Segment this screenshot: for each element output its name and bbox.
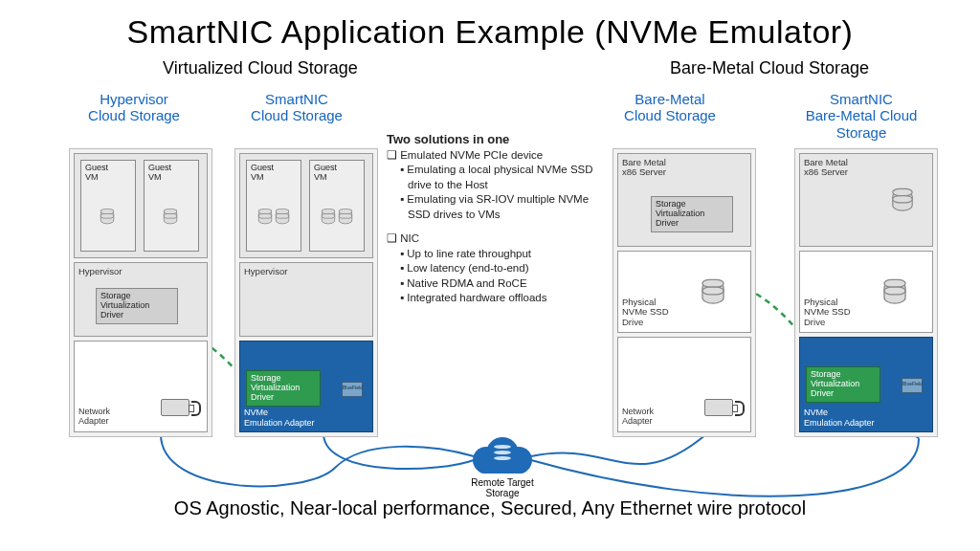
- center-b3: ▪ Up to line rate throughput: [387, 247, 599, 262]
- center-b1: ▪ Emulating a local physical NVMe SSD dr…: [387, 163, 599, 192]
- slide-title: SmartNIC Application Example (NVMe Emula…: [0, 0, 980, 56]
- disk-icon: [702, 281, 724, 303]
- center-sq2: ❑ NIC: [387, 231, 599, 247]
- col4-bm-server: Bare Metal x86 Server: [799, 153, 933, 247]
- center-b2: ▪ Emulating via SR-IOV multiple NVMe SSD…: [387, 192, 599, 222]
- net-adapter-label: Network Adapter: [622, 407, 654, 426]
- disk-icon: [339, 210, 352, 224]
- col3-title: Bare-Metal Cloud Storage: [593, 91, 746, 124]
- col4-phy-nvme: Physical NVMe SSD Drive: [799, 251, 933, 333]
- center-heading: Two solutions in one: [387, 132, 509, 146]
- disk-icon: [892, 190, 913, 211]
- col1-vm-layer: Guest VM Guest VM: [74, 153, 208, 258]
- nvme-adapter-label: NVMe Emulation Adapter: [804, 408, 875, 428]
- col4-nvme-adapter: Storage Virtualization Driver BlueField …: [799, 337, 933, 432]
- nic-icon: [704, 399, 733, 416]
- bluefield-chip-icon: BlueField: [342, 382, 363, 397]
- guest-vm-label: Guest VM: [85, 163, 108, 182]
- col2-vm-layer: Guest VM Guest VM: [239, 153, 373, 258]
- col3-adapter-box: Network Adapter: [617, 337, 751, 432]
- guest-vm-box: Guest VM: [144, 160, 199, 252]
- col4-stack: Bare Metal x86 Server Physical NVMe SSD …: [794, 148, 938, 437]
- svd-label: Storage Virtualization Driver: [100, 291, 149, 320]
- center-sq1: ❑ Emulated NVMe PCIe device: [387, 148, 599, 164]
- col2-nvme-adapter: Storage Virtualization Driver BlueField …: [239, 341, 373, 432]
- center-b5: ▪ Native RDMA and RoCE: [387, 276, 599, 292]
- footer-tagline: OS Agnostic, Near-local performance, Sec…: [0, 497, 980, 519]
- col3-phy-nvme: Physical NVMe SSD Drive: [617, 251, 751, 333]
- svd-box: Storage Virtualization Driver: [651, 196, 733, 232]
- net-adapter-label: Network Adapter: [78, 407, 110, 426]
- hypervisor-label: Hypervisor: [244, 267, 287, 276]
- disk-icon: [164, 210, 177, 224]
- guest-vm-box: Guest VM: [246, 160, 301, 252]
- svd-label: Storage Virtualization Driver: [251, 373, 300, 402]
- nvme-adapter-label: NVMe Emulation Adapter: [244, 408, 315, 428]
- guest-vm-label: Guest VM: [251, 163, 274, 182]
- col1-stack: Guest VM Guest VM Hypervisor Storage Vir…: [69, 148, 212, 437]
- disk-icon: [276, 210, 289, 224]
- svd-label: Storage Virtualization Driver: [656, 199, 704, 228]
- disk-icon: [100, 210, 114, 224]
- nic-icon: [161, 399, 189, 416]
- bm-server-label: Bare Metal x86 Server: [804, 158, 848, 178]
- svd-green-box: Storage Virtualization Driver: [246, 370, 321, 407]
- diagram-canvas: Virtualized Cloud Storage Bare-Metal Clo…: [0, 56, 980, 525]
- col2-stack: Guest VM Guest VM Hypervisor Storage Vir…: [234, 148, 378, 437]
- center-b6: ▪ Integrated hardware offloads: [387, 291, 599, 306]
- col3-stack: Bare Metal x86 Server Storage Virtualiza…: [612, 148, 756, 437]
- remote-storage-label: Remote Target Storage: [459, 477, 546, 498]
- guest-vm-box: Guest VM: [80, 160, 136, 252]
- svd-green-box: Storage Virtualization Driver: [806, 366, 880, 403]
- center-text-block: Two solutions in one ❑ Emulated NVMe PCI…: [387, 131, 599, 306]
- guest-vm-label: Guest VM: [314, 163, 337, 182]
- disk-icon: [883, 281, 905, 303]
- col1-title: Hypervisor Cloud Storage: [57, 91, 211, 124]
- col2-hypervisor-box: Hypervisor: [239, 262, 373, 337]
- disk-icon: [258, 210, 272, 224]
- col2-title: SmartNIC Cloud Storage: [220, 91, 373, 124]
- guest-vm-box: Guest VM: [309, 160, 365, 252]
- col1-adapter-box: Network Adapter: [74, 341, 208, 432]
- bm-server-label: Bare Metal x86 Server: [622, 158, 666, 178]
- cloud-icon: [473, 435, 532, 475]
- disk-icon: [322, 210, 335, 224]
- svd-label: Storage Virtualization Driver: [811, 369, 859, 398]
- section-left-title: Virtualized Cloud Storage: [163, 58, 358, 78]
- col1-hypervisor-box: Hypervisor Storage Virtualization Driver: [74, 262, 208, 337]
- guest-vm-label: Guest VM: [148, 163, 171, 182]
- hypervisor-label: Hypervisor: [78, 267, 122, 276]
- col4-title: SmartNIC Bare-Metal Cloud Storage: [785, 91, 938, 141]
- phy-nvme-label: Physical NVMe SSD Drive: [622, 298, 669, 327]
- phy-nvme-label: Physical NVMe SSD Drive: [804, 298, 851, 327]
- center-b4: ▪ Low latency (end-to-end): [387, 261, 599, 276]
- section-right-title: Bare-Metal Cloud Storage: [670, 58, 869, 78]
- svd-box: Storage Virtualization Driver: [96, 288, 178, 324]
- col3-bm-server: Bare Metal x86 Server Storage Virtualiza…: [617, 153, 751, 247]
- bluefield-chip-icon: BlueField: [902, 378, 923, 393]
